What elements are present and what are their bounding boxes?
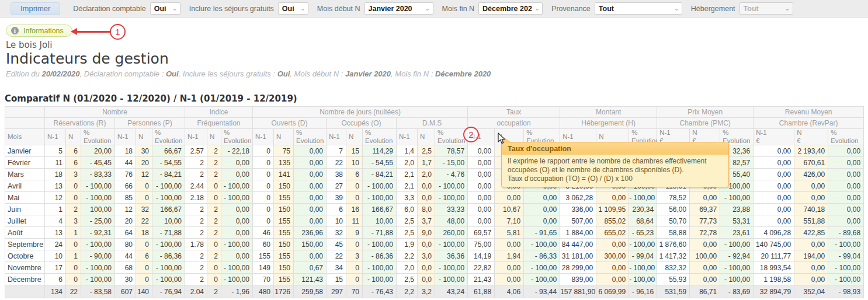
value-cell: 3,7 xyxy=(418,215,435,227)
column-header[interactable]: % Evolution xyxy=(81,129,115,145)
value-cell: 58,88 xyxy=(657,227,690,239)
value-cell: - 100,00 xyxy=(221,180,253,192)
value-cell: 670,61 xyxy=(794,157,828,169)
value-cell: 0,00 xyxy=(221,250,253,262)
value-cell: 0,00 xyxy=(754,215,794,227)
value-cell: 1 xyxy=(66,227,81,239)
value-cell: 2,5 xyxy=(397,227,418,239)
value-cell: 0,00 xyxy=(294,204,327,215)
value-cell: 336,00 xyxy=(560,204,596,215)
value-cell: 121,43 xyxy=(294,274,327,285)
total-value-cell: - 83,58 xyxy=(81,285,115,298)
table-row: Janvier5620,00183066,672.572- 22,180750,… xyxy=(5,145,864,157)
column-header[interactable]: % Evolution xyxy=(294,129,327,145)
totals-row: 13422- 83,58607140- 76,942.042- 1,964801… xyxy=(5,285,864,298)
table-row: Octobre101- 90,00446- 86,36220,001551550… xyxy=(5,250,864,262)
value-cell: - 54,55 xyxy=(363,157,397,169)
value-cell: 77,73 xyxy=(690,215,720,227)
column-header[interactable]: N-1 xyxy=(45,129,66,145)
value-cell: 14,19 xyxy=(468,250,495,262)
column-header[interactable]: N € xyxy=(794,129,828,145)
informations-badge[interactable]: i Informations xyxy=(6,25,72,37)
column-group-header xyxy=(5,107,45,118)
print-button[interactable]: Imprimer xyxy=(11,2,60,15)
filter-label: Mois fin N xyxy=(442,5,475,13)
total-value-cell: 352,04 xyxy=(794,285,828,298)
value-cell: 16 xyxy=(346,204,363,215)
column-header[interactable]: % Evolution xyxy=(363,129,397,145)
total-value-cell: 2,2 xyxy=(397,285,418,298)
value-cell: 31 181,00 xyxy=(560,250,596,262)
column-header[interactable]: N xyxy=(418,129,435,145)
value-cell: 2 xyxy=(185,157,207,169)
total-value-cell: 4,06 xyxy=(495,285,524,298)
value-cell: 2 xyxy=(207,145,221,157)
value-cell: 832,32 xyxy=(657,262,690,274)
value-cell: - 100,00 xyxy=(435,192,468,204)
value-cell: 1,9 xyxy=(397,239,418,250)
value-cell: 0 xyxy=(207,239,221,250)
total-value-cell: 607 xyxy=(115,285,136,298)
column-group-header: occupation xyxy=(468,118,560,129)
month-cell: Novembre xyxy=(5,262,45,274)
mois-debut-select[interactable]: Janvier 2020⌄ xyxy=(364,2,433,15)
column-header[interactable]: % Evolution xyxy=(435,129,468,145)
value-cell: 4 xyxy=(45,215,66,227)
column-header-mois[interactable]: Mois xyxy=(5,129,45,145)
value-cell: 11 xyxy=(45,157,66,169)
value-cell: 68 xyxy=(115,262,136,274)
value-cell: 1.78 xyxy=(185,239,207,250)
total-value-cell: 134 xyxy=(45,285,66,298)
value-cell: 1 198,58 xyxy=(754,274,794,285)
value-cell: - 100,00 xyxy=(720,262,754,274)
column-header[interactable]: N xyxy=(207,129,221,145)
value-cell: 50,70 xyxy=(657,215,690,227)
column-header[interactable]: N-1 xyxy=(397,129,418,145)
column-group-header: Personnes (P) xyxy=(115,118,185,129)
value-cell: 33,33 xyxy=(435,204,468,215)
value-cell: 0,00 xyxy=(828,192,864,204)
column-header[interactable]: % Evolution xyxy=(152,129,185,145)
value-cell: - 100,00 xyxy=(435,262,468,274)
value-cell: 2,1 xyxy=(397,180,418,192)
value-cell: 2,0 xyxy=(397,157,418,169)
column-header[interactable]: N-1 xyxy=(115,129,136,145)
total-value-cell: 157 881,90 xyxy=(560,285,596,298)
value-cell: 0,00 xyxy=(221,204,253,215)
value-cell: 2,5 xyxy=(418,145,435,157)
column-group-header: Chambre (PMC) xyxy=(657,118,754,129)
value-cell: 6 xyxy=(327,204,346,215)
value-cell: 10 xyxy=(327,215,346,227)
value-cell: 69,37 xyxy=(690,204,720,215)
value-cell: 9,0 xyxy=(418,227,435,239)
column-header[interactable]: N xyxy=(136,129,152,145)
total-value-cell: 61,88 xyxy=(468,285,495,298)
value-cell: 2 193,40 xyxy=(794,145,828,157)
value-cell: 0 xyxy=(136,274,152,285)
column-header[interactable]: N xyxy=(346,129,363,145)
column-header[interactable]: N xyxy=(66,129,81,145)
column-header[interactable]: N-1 € xyxy=(754,129,794,145)
value-cell: 0,0 xyxy=(418,262,435,274)
column-header[interactable]: N-1 xyxy=(185,129,207,145)
value-cell: 45 xyxy=(327,239,346,250)
column-header[interactable]: N-1 xyxy=(327,129,346,145)
mois-fin-select[interactable]: Décembre 2020⌄ xyxy=(478,2,543,15)
value-cell: 3 xyxy=(66,215,81,227)
value-cell: 0 xyxy=(66,192,81,204)
value-cell: 0,00 xyxy=(524,204,560,215)
column-header[interactable]: % Evolution xyxy=(221,129,253,145)
filter-label: Provenance xyxy=(551,5,591,13)
total-value-cell: 6 069,99 xyxy=(596,285,629,298)
value-cell: 6 xyxy=(346,169,363,180)
inclure-sejours-gratuits-select[interactable]: Oui⌄ xyxy=(278,2,308,15)
value-cell: 0,00 xyxy=(294,145,327,157)
value-cell: 0,00 xyxy=(828,215,864,227)
declaration-comptable-select[interactable]: Oui⌄ xyxy=(150,2,180,15)
column-header[interactable]: % Evolution xyxy=(828,129,864,145)
column-header[interactable]: N-1 xyxy=(253,129,274,145)
column-group-header: Réservations (R) xyxy=(45,118,115,129)
provenance-select[interactable]: Tout⌄ xyxy=(595,2,682,15)
value-cell: 18 xyxy=(136,227,152,239)
column-header[interactable]: N xyxy=(274,129,294,145)
